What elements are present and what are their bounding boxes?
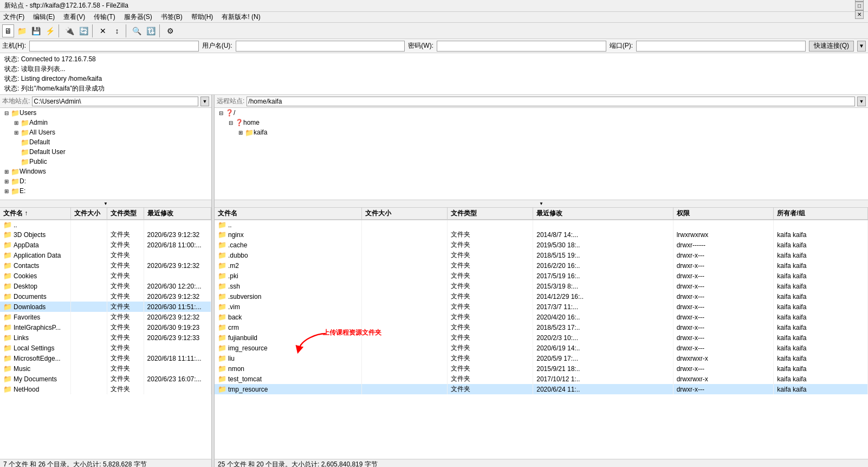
remote-tree-scroll-down[interactable]: ▼ bbox=[215, 200, 868, 208]
local-col-name[interactable]: 文件名 ↑ bbox=[0, 208, 71, 220]
remote-file-row[interactable]: 📁test_tomcat文件夹2017/10/12 1:..drwxrwxr-x… bbox=[215, 374, 868, 384]
remote-file-row[interactable]: 📁.ssh文件夹2015/3/19 8:...drwxr-x---kaifa k… bbox=[215, 281, 868, 291]
local-tree-item[interactable]: ⊞📁Windows bbox=[0, 167, 211, 176]
local-file-row[interactable]: 📁Downloads文件夹2020/6/30 11:51:... bbox=[0, 302, 211, 312]
remote-col-type[interactable]: 文件类型 bbox=[448, 208, 533, 220]
remote-file-row[interactable]: 📁nmon文件夹2015/9/21 18:..drwxr-x---kaifa k… bbox=[215, 363, 868, 374]
tree-expand-icon[interactable]: ⊞ bbox=[2, 187, 11, 195]
remote-file-row[interactable]: 📁nginx文件夹2014/8/7 14:...lrwxrwxrwxkaifa … bbox=[215, 229, 868, 240]
remote-file-row[interactable]: 📁.vim文件夹2017/3/7 11:...drwxr-x---kaifa k… bbox=[215, 302, 868, 312]
local-file-row[interactable]: 📁Cookies文件夹 bbox=[0, 271, 211, 281]
close-button[interactable]: ✕ bbox=[855, 10, 864, 19]
tree-expand-icon[interactable] bbox=[12, 138, 21, 146]
local-tree-scroll-down[interactable]: ▼ bbox=[0, 200, 211, 208]
toolbar-btn-transfer[interactable]: ↕ bbox=[111, 24, 124, 37]
toolbar-btn-disconnect[interactable]: 🔌 bbox=[63, 24, 76, 37]
local-file-row[interactable]: 📁MicrosoftEdge...文件夹2020/6/18 11:11:... bbox=[0, 353, 211, 363]
local-file-row[interactable]: 📁My Documents文件夹2020/6/23 16:07:... bbox=[0, 374, 211, 384]
remote-file-row[interactable]: 📁.dubbo文件夹2018/5/15 19:..drwxr-x---kaifa… bbox=[215, 250, 868, 260]
toolbar-btn-search[interactable]: 🔍 bbox=[130, 24, 143, 37]
toolbar-btn-save[interactable]: 💾 bbox=[29, 24, 42, 37]
local-path-dropdown[interactable]: ▼ bbox=[200, 97, 209, 106]
local-file-row[interactable]: 📁Contacts文件夹2020/6/23 9:12:32 bbox=[0, 260, 211, 271]
menu-item[interactable]: 有新版本! (N) bbox=[221, 12, 261, 22]
menu-item[interactable]: 服务器(S) bbox=[123, 12, 153, 22]
menu-item[interactable]: 传输(T) bbox=[93, 12, 116, 22]
remote-col-name[interactable]: 文件名 bbox=[215, 208, 362, 220]
remote-path-dropdown[interactable]: ▼ bbox=[857, 97, 866, 106]
tree-expand-icon[interactable]: ⊟ bbox=[226, 118, 235, 127]
menu-item[interactable]: 书签(B) bbox=[160, 12, 184, 22]
local-path-input[interactable] bbox=[32, 97, 198, 106]
remote-file-row[interactable]: 📁.subversion文件夹2014/12/29 16:..drwxr-x--… bbox=[215, 291, 868, 302]
remote-col-owner[interactable]: 所有者/组 bbox=[774, 208, 868, 220]
tree-expand-icon[interactable]: ⊞ bbox=[2, 177, 11, 185]
remote-path-input[interactable] bbox=[247, 97, 855, 106]
menu-item[interactable]: 帮助(H) bbox=[190, 12, 215, 22]
tree-expand-icon[interactable]: ⊞ bbox=[236, 128, 245, 137]
local-file-row[interactable]: 📁IntelGraphicsP...文件夹2020/6/30 9:19:23 bbox=[0, 322, 211, 332]
local-file-row[interactable]: 📁Documents文件夹2020/6/23 9:12:32 bbox=[0, 291, 211, 302]
local-col-modified[interactable]: 最近修改 bbox=[144, 208, 211, 220]
maximize-button[interactable]: □ bbox=[855, 2, 864, 10]
tree-expand-icon[interactable]: ⊞ bbox=[2, 167, 11, 176]
connect-button[interactable]: 快速连接(Q) bbox=[809, 41, 854, 52]
remote-tree-item[interactable]: ⊞📁kaifa bbox=[215, 127, 868, 137]
local-file-row[interactable]: 📁Application Data文件夹 bbox=[0, 250, 211, 260]
local-tree-item[interactable]: ⊞📁All Users bbox=[0, 127, 211, 137]
remote-file-row[interactable]: 📁.m2文件夹2016/2/20 16:..drwxr-x---kaifa ka… bbox=[215, 260, 868, 271]
local-file-row[interactable]: 📁Music文件夹 bbox=[0, 363, 211, 374]
remote-file-list[interactable]: 文件名 文件大小 文件类型 最近修改 权限 所有者/组 📁..📁nginx文件夹… bbox=[215, 208, 868, 459]
tree-expand-icon[interactable]: ⊞ bbox=[12, 118, 21, 127]
remote-file-row[interactable]: 📁.cache文件夹2019/5/30 18:..drwxr------kaif… bbox=[215, 240, 868, 250]
local-file-row[interactable]: 📁Desktop文件夹2020/6/30 12:20:... bbox=[0, 281, 211, 291]
remote-col-modified[interactable]: 最近修改 bbox=[533, 208, 673, 220]
tree-expand-icon[interactable]: ⊞ bbox=[12, 128, 21, 137]
local-file-row[interactable]: 📁Local Settings文件夹 bbox=[0, 343, 211, 353]
tree-expand-icon[interactable] bbox=[12, 148, 21, 156]
local-tree-item[interactable]: ⊞📁E: bbox=[0, 186, 211, 196]
toolbar-btn-new[interactable]: 🖥 bbox=[3, 25, 14, 37]
local-file-row[interactable]: 📁Links文件夹2020/6/23 9:12:33 bbox=[0, 332, 211, 343]
host-input[interactable] bbox=[29, 41, 199, 52]
remote-file-row[interactable]: 📁tmp_resource文件夹2020/6/24 11:..drwxr-x--… bbox=[215, 384, 868, 394]
tree-expand-icon[interactable]: ⊟ bbox=[2, 108, 11, 117]
remote-file-row[interactable]: 📁.pki文件夹2017/5/19 16:..drwxr-x---kaifa k… bbox=[215, 271, 868, 281]
tree-expand-icon[interactable] bbox=[12, 157, 21, 166]
remote-file-row[interactable]: 📁back文件夹2020/4/20 16:..drwxr-x---kaifa k… bbox=[215, 312, 868, 322]
local-tree[interactable]: ⊟📁Users⊞📁Admin⊞📁All Users📁Default📁Defaul… bbox=[0, 108, 211, 200]
remote-file-row[interactable]: 📁.. bbox=[215, 220, 868, 229]
local-tree-item[interactable]: 📁Default User bbox=[0, 147, 211, 157]
menu-item[interactable]: 查看(V) bbox=[62, 12, 86, 22]
remote-file-row[interactable]: 📁crm文件夹2018/5/23 17:..drwxr-x---kaifa ka… bbox=[215, 322, 868, 332]
local-tree-item[interactable]: ⊟📁Users bbox=[0, 108, 211, 118]
local-tree-item[interactable]: ⊞📁Admin bbox=[0, 118, 211, 127]
remote-col-perms[interactable]: 权限 bbox=[673, 208, 774, 220]
remote-tree[interactable]: ⊟❓/⊟❓home⊞📁kaifa bbox=[215, 108, 868, 200]
remote-tree-item[interactable]: ⊟❓home bbox=[215, 118, 868, 127]
remote-col-size[interactable]: 文件大小 bbox=[362, 208, 448, 220]
toolbar-btn-reconnect[interactable]: 🔄 bbox=[77, 24, 90, 37]
local-file-row[interactable]: 📁AppData文件夹2020/6/18 11:00:... bbox=[0, 240, 211, 250]
local-file-row[interactable]: 📁3D Objects文件夹2020/6/23 9:12:32 bbox=[0, 229, 211, 240]
toolbar-btn-connect[interactable]: ⚡ bbox=[43, 24, 56, 37]
local-file-row[interactable]: 📁Favorites文件夹2020/6/23 9:12:32 bbox=[0, 312, 211, 322]
remote-file-row[interactable]: 📁img_resource文件夹2020/6/19 14:..drwxr-x--… bbox=[215, 343, 868, 353]
pass-input[interactable] bbox=[437, 41, 606, 52]
remote-file-row[interactable]: 📁liu文件夹2020/5/9 17:...drwxrwxr-xkaifa ka… bbox=[215, 353, 868, 363]
remote-file-row[interactable]: 📁fujianbuild文件夹2020/2/3 10:...drwxr-x---… bbox=[215, 332, 868, 343]
tree-expand-icon[interactable]: ⊟ bbox=[217, 108, 225, 117]
toolbar-btn-settings[interactable]: ⚙ bbox=[164, 24, 177, 37]
local-file-row[interactable]: 📁.. bbox=[0, 220, 211, 229]
toolbar-btn-cancel[interactable]: ✕ bbox=[96, 24, 109, 37]
local-file-row[interactable]: 📁NetHood文件夹 bbox=[0, 384, 211, 394]
local-col-size[interactable]: 文件大小 bbox=[71, 208, 107, 220]
remote-tree-item[interactable]: ⊟❓/ bbox=[215, 108, 868, 118]
local-col-type[interactable]: 文件类型 bbox=[107, 208, 144, 220]
menu-item[interactable]: 编辑(E) bbox=[32, 12, 56, 22]
local-tree-item[interactable]: 📁Default bbox=[0, 137, 211, 147]
user-input[interactable] bbox=[236, 41, 405, 52]
local-tree-item[interactable]: 📁Public bbox=[0, 157, 211, 167]
toolbar-btn-refresh[interactable]: 🔃 bbox=[144, 24, 157, 37]
toolbar-btn-open[interactable]: 📁 bbox=[15, 24, 28, 37]
